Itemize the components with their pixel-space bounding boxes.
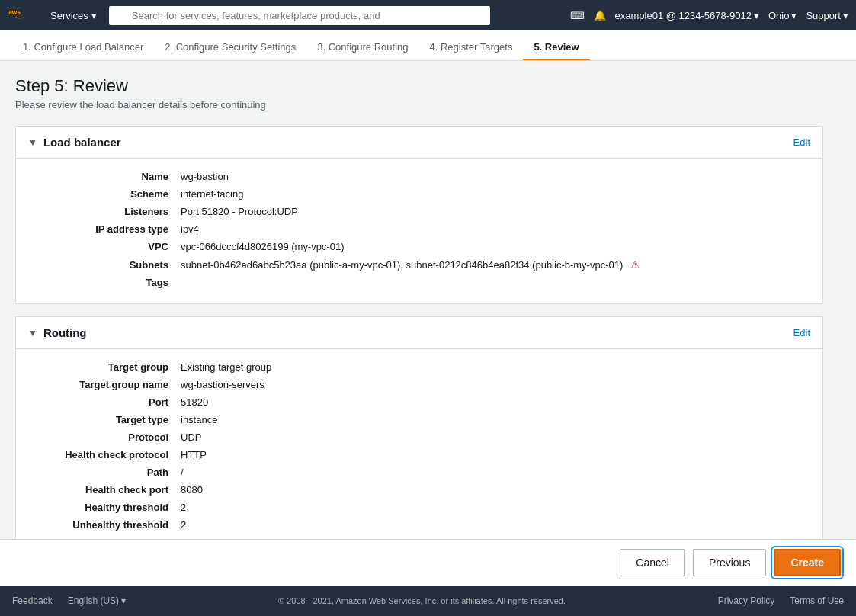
action-bar: Cancel Previous Create — [0, 539, 856, 586]
language-selector[interactable]: English (US) ▾ — [68, 595, 127, 606]
notification-icon[interactable]: 🔔 — [594, 10, 606, 21]
create-button[interactable]: Create — [774, 549, 841, 576]
detail-row-vpc: VPC vpc-066dcccf4d8026199 (my-vpc-01) — [28, 238, 810, 255]
detail-row-path: Path / — [28, 464, 810, 481]
detail-row-name: Name wg-bastion — [28, 168, 810, 185]
detail-row-ip-address-type: IP address type ipv4 — [28, 220, 810, 238]
page-subtitle: Please review the load balancer details … — [15, 99, 823, 111]
svg-text:aws: aws — [8, 8, 21, 16]
detail-row-subnets: Subnets subnet-0b462ad6abc5b23aa (public… — [28, 255, 810, 274]
cancel-button[interactable]: Cancel — [620, 549, 685, 576]
detail-row-healthy-threshold: Healthy threshold 2 — [28, 499, 810, 516]
detail-row-port: Port 51820 — [28, 393, 810, 411]
detail-row-target-group: Target group Existing target group — [28, 358, 810, 376]
privacy-policy-link[interactable]: Privacy Policy — [718, 595, 775, 606]
detail-row-target-group-name: Target group name wg-bastion-servers — [28, 376, 810, 393]
account-menu[interactable]: example01 @ 1234-5678-9012 ▾ — [615, 10, 759, 21]
nav-right: ⌨ 🔔 example01 @ 1234-5678-9012 ▾ Ohio ▾ … — [570, 10, 848, 21]
detail-row-health-check-port: Health check port 8080 — [28, 481, 810, 499]
load-balancer-section: ▼ Load balancer Edit Name wg-bastion Sch… — [15, 126, 823, 304]
feedback-link[interactable]: Feedback — [12, 595, 53, 606]
load-balancer-section-header: ▼ Load balancer Edit — [16, 127, 822, 159]
load-balancer-title: ▼ Load balancer — [28, 136, 121, 149]
top-navigation: aws Services ▾ 🔍 ⌨ 🔔 example01 @ 1234-56… — [0, 0, 856, 30]
detail-row-protocol: Protocol UDP — [28, 428, 810, 446]
region-menu[interactable]: Ohio ▾ — [768, 10, 797, 21]
routing-title: ▼ Routing — [28, 326, 87, 339]
detail-row-health-check-protocol: Health check protocol HTTP — [28, 446, 810, 464]
main-content: Step 5: Review Please review the load ba… — [0, 61, 838, 616]
tab-review[interactable]: 5. Review — [523, 35, 589, 60]
language-chevron-icon: ▾ — [121, 595, 126, 606]
region-chevron-icon: ▾ — [791, 10, 797, 21]
collapse-load-balancer-icon[interactable]: ▼ — [28, 137, 37, 148]
detail-row-scheme: Scheme internet-facing — [28, 185, 810, 203]
support-chevron-icon: ▾ — [843, 10, 848, 21]
cloudshell-icon[interactable]: ⌨ — [570, 10, 585, 21]
account-chevron-icon: ▾ — [754, 10, 759, 21]
support-label: Support — [806, 10, 841, 21]
services-label: Services — [50, 10, 88, 21]
detail-row-listeners: Listeners Port:51820 - Protocol:UDP — [28, 203, 810, 220]
terms-of-use-link[interactable]: Terms of Use — [790, 595, 844, 606]
detail-row-target-type: Target type instance — [28, 411, 810, 428]
wizard-tabs: 1. Configure Load Balancer 2. Configure … — [0, 30, 856, 61]
copyright-text: © 2008 - 2021, Amazon Web Services, Inc.… — [141, 596, 702, 605]
routing-section-header: ▼ Routing Edit — [16, 317, 822, 349]
tab-configure-load-balancer[interactable]: 1. Configure Load Balancer — [12, 35, 154, 60]
routing-edit-link[interactable]: Edit — [793, 327, 810, 338]
search-container: 🔍 — [109, 6, 490, 25]
detail-row-unhealthy-threshold: Unhealthy threshold 2 — [28, 516, 810, 534]
aws-logo: aws — [8, 6, 35, 24]
tab-register-targets[interactable]: 4. Register Targets — [419, 35, 524, 60]
tab-configure-security-settings[interactable]: 2. Configure Security Settings — [154, 35, 306, 60]
account-label: example01 @ 1234-5678-9012 — [615, 10, 752, 21]
region-label: Ohio — [768, 10, 789, 21]
footer: Feedback English (US) ▾ © 2008 - 2021, A… — [0, 586, 856, 616]
collapse-routing-icon[interactable]: ▼ — [28, 328, 37, 338]
load-balancer-details: Name wg-bastion Scheme internet-facing L… — [16, 159, 822, 303]
page-title: Step 5: Review — [15, 76, 823, 96]
services-chevron-icon: ▾ — [91, 10, 97, 21]
support-menu[interactable]: Support ▾ — [806, 10, 848, 21]
detail-row-tags: Tags — [28, 274, 810, 291]
services-menu[interactable]: Services ▾ — [44, 7, 103, 24]
tab-configure-routing[interactable]: 3. Configure Routing — [306, 35, 418, 60]
subnets-warning-icon: ⚠ — [630, 258, 640, 271]
load-balancer-edit-link[interactable]: Edit — [793, 136, 810, 148]
previous-button[interactable]: Previous — [693, 549, 766, 576]
search-input[interactable] — [109, 6, 490, 25]
